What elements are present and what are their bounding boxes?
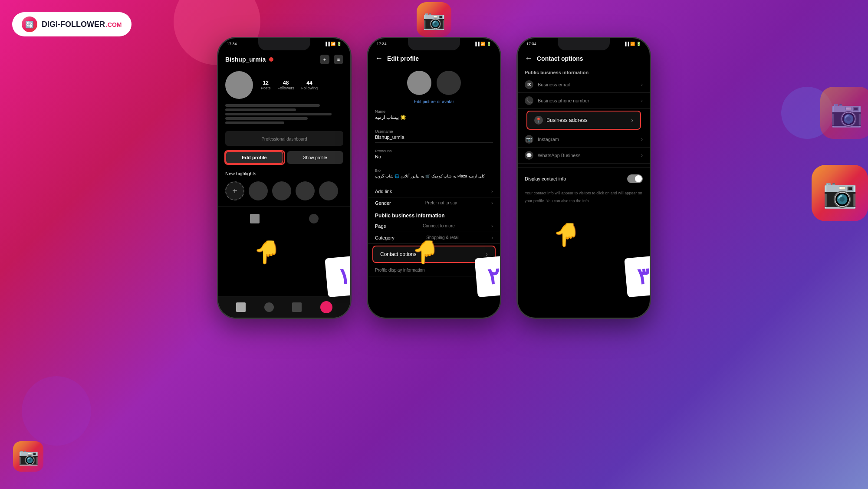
add-icon[interactable]: + <box>320 55 329 64</box>
back-arrow[interactable]: ← <box>375 54 383 63</box>
address-container: 📍 Business address › <box>522 111 645 130</box>
divider-3 <box>518 167 650 167</box>
add-highlight[interactable]: + <box>225 181 244 200</box>
stat-posts: 12 Posts <box>261 80 271 90</box>
grid-icons <box>218 210 350 227</box>
highlight-circles: + <box>218 179 350 203</box>
field-page: Page Connect to more › <box>368 220 500 232</box>
pro-dashboard: Professional dashboard <box>225 131 343 146</box>
field-name: Name بیشاپ ارمیه 🌟 <box>368 108 500 128</box>
phone-1: 17:34 ▐▐ 📶 🔋 Bishup_urmia + ≡ <box>217 37 352 319</box>
field-username: Username Bishup_urmia <box>368 128 500 147</box>
highlights-label: New highlights <box>218 167 350 179</box>
instagram-deco-right: 📷 <box>820 87 868 139</box>
status-bar-1: 17:34 ▐▐ 📶 🔋 <box>218 42 350 46</box>
highlight-1 <box>249 181 268 200</box>
highlight-2 <box>272 181 291 200</box>
phone-2: 17:34 ▐▐ 📶 🔋 ← Edit profile Edit picture… <box>367 37 501 319</box>
finger-pointer-3: 👇 <box>552 222 581 248</box>
contact-address[interactable]: 📍 Business address › <box>526 111 641 130</box>
contact-phone[interactable]: 📞 Business phone number › <box>518 93 650 109</box>
nav-home[interactable] <box>236 302 246 312</box>
nav-search[interactable] <box>264 302 274 312</box>
logo-icon: 🔄 <box>22 16 37 32</box>
finger-pointer-2: 👇 <box>411 239 440 266</box>
stat-followers: 48 Followers <box>278 80 295 90</box>
instagram-deco-top: 📷 <box>417 2 451 37</box>
edit-avatars <box>368 66 500 99</box>
contact-email[interactable]: ✉ Business email › <box>518 77 650 93</box>
address-icon: 📍 <box>534 116 543 125</box>
logo: 🔄 DIGI-FOLLOWER.COM <box>12 12 132 36</box>
field-bio: Bio یه شاپ کوچیک 🛒 یه نیاپور آنلاین 🌐 شا… <box>368 167 500 186</box>
grid-icon[interactable] <box>250 214 260 223</box>
instagram-deco-right2: 📷 <box>812 165 868 221</box>
instagram-deco-bottom-left: 📷 <box>13 441 43 472</box>
edit-photo-link[interactable]: Edit picture or avatar <box>368 99 500 108</box>
avatar <box>225 71 253 99</box>
status-bar-2: 17:34 ▐▐ 📶 🔋 <box>368 42 500 46</box>
stats: 12 Posts 48 Followers 44 Following <box>261 80 318 90</box>
field-gender: Gender Prefer not to say › <box>368 197 500 209</box>
field-pronouns: Pronouns No <box>368 147 500 167</box>
current-avatar <box>407 71 431 95</box>
highlight-4 <box>319 181 338 200</box>
logo-text: DIGI-FOLLOWER.COM <box>42 20 122 29</box>
bottom-nav-1 <box>218 296 350 318</box>
contact-whatsapp[interactable]: 💬 WhatsApp Business › <box>518 148 650 164</box>
nav-profile[interactable] <box>320 301 332 313</box>
phone-icon: 📞 <box>525 96 533 105</box>
avatar-row: 12 Posts 48 Followers 44 Following <box>218 68 350 102</box>
phones-container: 17:34 ▐▐ 📶 🔋 Bishup_urmia + ≡ <box>217 37 651 319</box>
bio-section <box>218 102 350 129</box>
new-avatar <box>437 71 461 95</box>
whatsapp-icon: 💬 <box>525 151 533 160</box>
profile-username: Bishup_urmia <box>225 56 273 63</box>
finger-pointer-1: 👇 <box>253 239 281 266</box>
contact-title: Contact options <box>537 55 583 62</box>
menu-icon[interactable]: ≡ <box>334 55 343 64</box>
profile-icons: + ≡ <box>320 55 343 64</box>
action-buttons-container: Edit profile Show profile <box>218 148 350 167</box>
stat-following: 44 Following <box>301 80 318 90</box>
step-badge-2: ٢ <box>474 256 501 298</box>
field-addlink: Add link › <box>368 186 500 197</box>
pub-biz-title-p2: Public business information <box>368 209 500 220</box>
contact-back[interactable]: ← <box>525 54 533 63</box>
nav-reels[interactable] <box>292 302 302 312</box>
instagram-contact-icon: 📷 <box>525 135 533 144</box>
show-profile-button[interactable]: Show profile <box>287 151 343 164</box>
display-toggle[interactable] <box>627 174 643 183</box>
tag-icon[interactable] <box>309 214 319 223</box>
highlight-3 <box>296 181 315 200</box>
step-badge-3: ٣ <box>624 256 651 298</box>
status-bar-3: 17:34 ▐▐ 📶 🔋 <box>518 42 650 46</box>
phone-3: 17:34 ▐▐ 📶 🔋 ← Contact options Public bu… <box>516 37 651 319</box>
display-contact-row: Display contact info <box>518 171 650 187</box>
email-icon: ✉ <box>525 80 533 89</box>
toggle-note: Your contact info will appear to visitor… <box>518 187 650 206</box>
edit-title: Edit profile <box>387 55 419 62</box>
contact-instagram[interactable]: 📷 Instagram › <box>518 131 650 148</box>
edit-button-highlight <box>224 150 285 165</box>
pub-biz-p3: Public business information <box>518 66 650 77</box>
divider-1 <box>218 207 350 207</box>
step-badge-1: ١ <box>325 256 352 298</box>
